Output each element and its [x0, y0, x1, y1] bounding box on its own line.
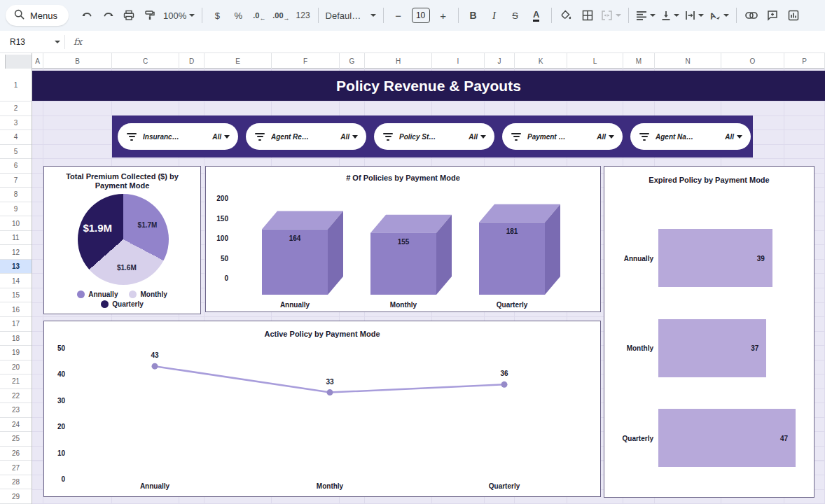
column-header-G[interactable]: G	[340, 53, 365, 69]
column-header-E[interactable]: E	[204, 53, 272, 69]
column-header-A[interactable]: A	[32, 53, 43, 69]
undo-button[interactable]	[77, 6, 97, 25]
increase-font-size-button[interactable]: +	[434, 6, 453, 25]
row-header-16[interactable]: 16	[0, 302, 32, 317]
row-header-28[interactable]: 28	[0, 475, 32, 490]
row-header-26[interactable]: 26	[0, 447, 32, 461]
slicer-value-dropdown[interactable]: All	[597, 133, 614, 141]
row-header-15[interactable]: 15	[0, 288, 32, 303]
slicer-3[interactable]: Policy St…All	[374, 123, 494, 150]
strikethrough-button[interactable]: S	[506, 6, 525, 25]
row-header-12[interactable]: 12	[0, 245, 32, 260]
row-header-19[interactable]: 19	[0, 346, 32, 360]
italic-button[interactable]: I	[485, 6, 504, 25]
row-header-22[interactable]: 22	[0, 389, 32, 404]
font-family-select[interactable]: Defaul…	[324, 6, 378, 25]
bar-value-label: 37	[751, 344, 758, 352]
fill-color-button[interactable]	[557, 6, 576, 25]
row-header-18[interactable]: 18	[0, 332, 32, 346]
column-header-O[interactable]: O	[721, 53, 784, 69]
text-rotation-button[interactable]: A	[707, 6, 731, 25]
slicer-value-dropdown[interactable]: All	[212, 133, 230, 141]
select-all-corner[interactable]	[0, 53, 32, 69]
borders-button[interactable]	[578, 6, 597, 25]
column-header-L[interactable]: L	[567, 53, 623, 69]
column-header-N[interactable]: N	[655, 53, 721, 69]
row-header-24[interactable]: 24	[0, 418, 32, 433]
row-header-5[interactable]: 5	[0, 145, 32, 160]
insert-link-button[interactable]	[742, 6, 761, 25]
chart-card-active-line[interactable]: Active Policy by Payment Mode 5040302010…	[43, 321, 601, 497]
slicer-5[interactable]: Agent Na…All	[630, 123, 751, 150]
column-header-K[interactable]: K	[515, 53, 567, 69]
chart-card-policies-3d[interactable]: # Of Policies by Payment Mode 2001501005…	[205, 166, 601, 312]
row-header-9[interactable]: 9	[0, 202, 32, 217]
column-header-F[interactable]: F	[272, 53, 340, 69]
svg-text:164: 164	[289, 234, 301, 242]
zoom-select[interactable]: 100%	[161, 6, 197, 25]
redo-button[interactable]	[98, 6, 118, 25]
horizontal-align-button[interactable]	[634, 6, 658, 25]
row-header-14[interactable]: 14	[0, 274, 32, 288]
row-header-29[interactable]: 29	[0, 489, 32, 504]
name-box[interactable]: R13	[0, 31, 60, 52]
slicer-1[interactable]: Insuranc…All	[118, 123, 238, 150]
format-percent-button[interactable]: %	[228, 6, 248, 25]
decrease-font-size-button[interactable]: −	[389, 6, 408, 25]
column-header-M[interactable]: M	[623, 53, 655, 69]
filter-icon	[254, 133, 265, 141]
increase-decimal-button[interactable]: .00→	[270, 6, 291, 25]
slicer-2[interactable]: Agent Re…All	[246, 123, 366, 150]
row-header-25[interactable]: 25	[0, 432, 32, 447]
row-header-20[interactable]: 20	[0, 360, 32, 375]
column-header-D[interactable]: D	[179, 53, 204, 69]
column-header-P[interactable]: P	[784, 53, 825, 69]
slicer-4[interactable]: Payment …All	[502, 123, 623, 150]
text-color-button[interactable]: A	[527, 6, 546, 25]
font-size-input[interactable]: 10	[410, 6, 432, 25]
insert-comment-button[interactable]	[763, 6, 782, 25]
decrease-decimal-button[interactable]: .0←	[249, 6, 269, 25]
merge-cells-button[interactable]	[599, 6, 623, 25]
chevron-down-icon	[189, 14, 195, 17]
row-header-17[interactable]: 17	[0, 317, 32, 332]
insert-chart-button[interactable]	[784, 6, 803, 25]
menus-search-button[interactable]: Menus	[6, 5, 69, 26]
chart-card-expired-bars[interactable]: Expired Policy by Payment Mode 39Annuall…	[604, 166, 814, 498]
chevron-down-icon	[650, 14, 656, 17]
bold-button[interactable]: B	[464, 6, 483, 25]
spreadsheet-grid[interactable]: Policy Revenue & Payouts Insuranc…AllAge…	[32, 69, 825, 504]
print-button[interactable]	[119, 6, 139, 25]
row-header-21[interactable]: 21	[0, 374, 32, 389]
format-currency-button[interactable]: $	[207, 6, 227, 25]
row-header-7[interactable]: 7	[0, 174, 32, 188]
row-header-8[interactable]: 8	[0, 188, 32, 202]
chart-title: Expired Policy by Payment Mode	[604, 176, 814, 184]
row-header-2[interactable]: 2	[0, 102, 32, 116]
formula-input[interactable]	[82, 31, 825, 52]
column-header-I[interactable]: I	[432, 53, 485, 69]
slicer-value-dropdown[interactable]: All	[469, 133, 486, 141]
row-header-1[interactable]: 1	[0, 69, 32, 102]
row-header-4[interactable]: 4	[0, 130, 32, 145]
search-icon	[14, 9, 25, 22]
row-header-6[interactable]: 6	[0, 159, 32, 174]
text-wrap-button[interactable]	[683, 6, 706, 25]
bar-quarterly	[658, 409, 796, 467]
column-header-C[interactable]: C	[112, 53, 179, 69]
row-header-3[interactable]: 3	[0, 116, 32, 131]
column-header-H[interactable]: H	[365, 53, 432, 69]
row-header-13[interactable]: 13	[0, 260, 32, 274]
chart-card-premium-pie[interactable]: Total Premium Collected ($) by Payment M…	[43, 166, 201, 314]
slicer-value-dropdown[interactable]: All	[340, 133, 358, 141]
more-formats-button[interactable]: 123	[293, 6, 313, 25]
row-header-27[interactable]: 27	[0, 461, 32, 475]
row-header-11[interactable]: 11	[0, 231, 32, 246]
column-header-J[interactable]: J	[485, 53, 515, 69]
slicer-value-dropdown[interactable]: All	[725, 133, 742, 141]
paint-format-button[interactable]	[140, 6, 160, 25]
column-header-B[interactable]: B	[43, 53, 112, 69]
vertical-align-button[interactable]	[659, 6, 681, 25]
row-header-23[interactable]: 23	[0, 403, 32, 418]
row-header-10[interactable]: 10	[0, 216, 32, 231]
